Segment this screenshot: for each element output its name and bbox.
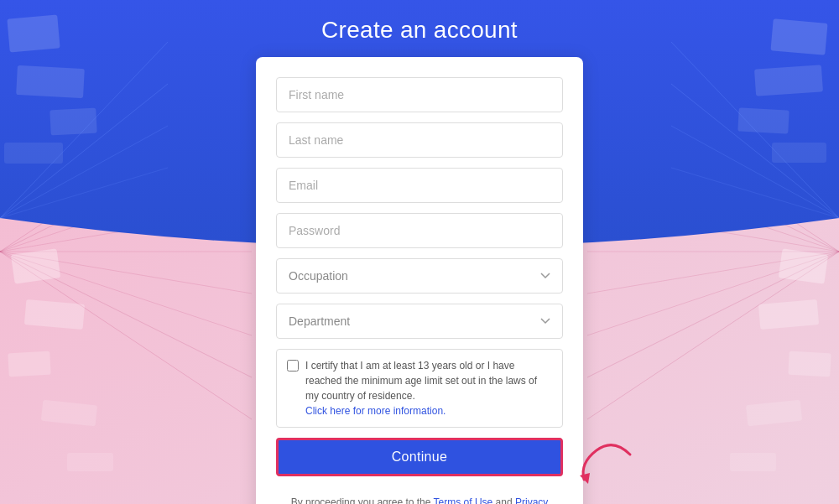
page-title: Create an account [321,17,518,44]
page-container: Create an account Occupation Student Tea… [0,0,839,504]
terms-text: By proceeding you agree to the Terms of … [276,495,563,504]
svg-marker-46 [580,473,590,484]
password-input[interactable] [276,213,563,248]
certify-link[interactable]: Click here for more information. [305,405,446,417]
signup-card: Occupation Student Teacher Engineer Mana… [256,57,583,504]
certify-label: I certify that I am at least 13 years ol… [305,358,552,418]
continue-button[interactable]: Continue [276,438,563,476]
arrow-decoration [571,429,638,488]
first-name-input[interactable] [276,77,563,112]
last-name-input[interactable] [276,122,563,158]
certify-row: I certify that I am at least 13 years ol… [276,349,563,428]
email-input[interactable] [276,168,563,203]
occupation-select[interactable]: Occupation Student Teacher Engineer Mana… [276,258,563,294]
certify-checkbox[interactable] [287,360,299,372]
form-fields: Occupation Student Teacher Engineer Mana… [276,77,563,504]
terms-link[interactable]: Terms of Use [434,496,493,504]
department-select[interactable]: Department Engineering Marketing Sales H… [276,304,563,339]
continue-wrapper: Continue [276,438,563,476]
